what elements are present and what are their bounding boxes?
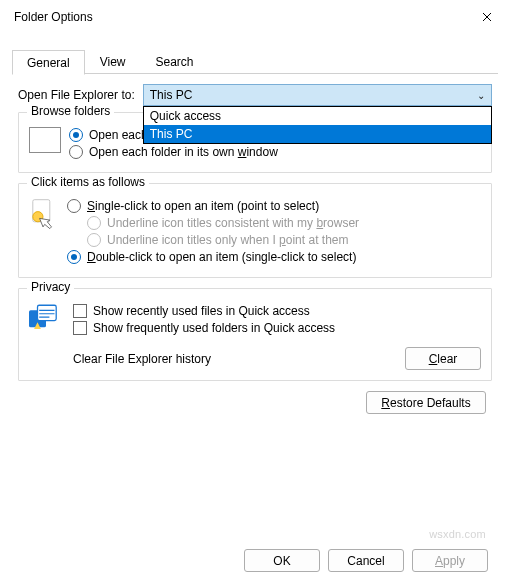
- clear-history-label: Clear File Explorer history: [73, 352, 211, 366]
- tab-content-general: Open File Explorer to: This PC ⌄ Quick a…: [12, 74, 498, 414]
- window-title: Folder Options: [14, 10, 464, 24]
- svg-rect-3: [38, 305, 57, 320]
- restore-defaults-button[interactable]: Restore Defaults: [366, 391, 486, 414]
- ok-button-label: OK: [273, 554, 290, 568]
- close-icon: [482, 12, 492, 22]
- tab-general-label: General: [27, 56, 70, 70]
- radio-single-click-label: Single-click to open an item (point to s…: [87, 199, 319, 213]
- open-explorer-label: Open File Explorer to:: [18, 88, 135, 102]
- radio-single-click[interactable]: [67, 199, 81, 213]
- folder-options-window: Folder Options General View Search Open …: [0, 0, 510, 586]
- cancel-button[interactable]: Cancel: [328, 549, 404, 572]
- open-explorer-dropdown: Quick access This PC: [143, 106, 492, 144]
- checkbox-recent-files[interactable]: [73, 304, 87, 318]
- dialog-body: General View Search Open File Explorer t…: [0, 34, 510, 586]
- apply-button[interactable]: Apply: [412, 549, 488, 572]
- dropdown-item-label: This PC: [150, 127, 193, 141]
- radio-own-window[interactable]: [69, 145, 83, 159]
- ok-button[interactable]: OK: [244, 549, 320, 572]
- radio-underline-browser-label: Underline icon titles consistent with my…: [107, 216, 359, 230]
- tab-search[interactable]: Search: [141, 49, 209, 74]
- click-items-legend: Click items as follows: [27, 175, 149, 189]
- radio-underline-point-row: Underline icon titles only when I point …: [87, 233, 481, 247]
- close-button[interactable]: [464, 0, 510, 34]
- tab-strip: General View Search: [12, 48, 498, 74]
- click-items-group: Click items as follows Single-click to o…: [18, 183, 492, 278]
- titlebar: Folder Options: [0, 0, 510, 34]
- dialog-footer: OK Cancel Apply: [244, 549, 488, 572]
- chevron-down-icon: ⌄: [477, 90, 485, 101]
- radio-single-click-row[interactable]: Single-click to open an item (point to s…: [67, 199, 481, 213]
- dropdown-item-this-pc[interactable]: This PC: [144, 125, 491, 143]
- radio-double-click-row[interactable]: Double-click to open an item (single-cli…: [67, 250, 481, 264]
- dropdown-item-quick-access[interactable]: Quick access: [144, 107, 491, 125]
- radio-underline-browser: [87, 216, 101, 230]
- radio-underline-point-label: Underline icon titles only when I point …: [107, 233, 348, 247]
- radio-double-click[interactable]: [67, 250, 81, 264]
- checkbox-recent-files-label: Show recently used files in Quick access: [93, 304, 310, 318]
- window-icon: [29, 127, 61, 153]
- tab-general[interactable]: General: [12, 50, 85, 75]
- cursor-click-icon: [29, 198, 57, 232]
- radio-same-window[interactable]: [69, 128, 83, 142]
- tab-view-label: View: [100, 55, 126, 69]
- radio-underline-browser-row: Underline icon titles consistent with my…: [87, 216, 481, 230]
- clear-button[interactable]: Clear: [405, 347, 481, 370]
- browse-folders-legend: Browse folders: [27, 104, 114, 118]
- privacy-legend: Privacy: [27, 280, 74, 294]
- tab-view[interactable]: View: [85, 49, 141, 74]
- checkbox-freq-folders-label: Show frequently used folders in Quick ac…: [93, 321, 335, 335]
- open-explorer-select[interactable]: This PC ⌄: [143, 84, 492, 106]
- privacy-group: Privacy Show recently used files in Quic…: [18, 288, 492, 381]
- watermark: wsxdn.com: [429, 528, 486, 540]
- privacy-icon: [29, 303, 63, 333]
- open-explorer-row: Open File Explorer to: This PC ⌄ Quick a…: [18, 84, 492, 106]
- checkbox-freq-folders[interactable]: [73, 321, 87, 335]
- dropdown-item-label: Quick access: [150, 109, 221, 123]
- radio-underline-point: [87, 233, 101, 247]
- checkbox-freq-folders-row[interactable]: Show frequently used folders in Quick ac…: [73, 321, 481, 335]
- tab-search-label: Search: [156, 55, 194, 69]
- checkbox-recent-files-row[interactable]: Show recently used files in Quick access: [73, 304, 481, 318]
- open-explorer-select-wrap: This PC ⌄ Quick access This PC: [143, 84, 492, 106]
- radio-own-window-label: Open each folder in its own window: [89, 145, 278, 159]
- radio-double-click-label: Double-click to open an item (single-cli…: [87, 250, 356, 264]
- cancel-button-label: Cancel: [347, 554, 384, 568]
- open-explorer-selected: This PC: [150, 88, 193, 102]
- radio-own-window-row[interactable]: Open each folder in its own window: [69, 145, 481, 159]
